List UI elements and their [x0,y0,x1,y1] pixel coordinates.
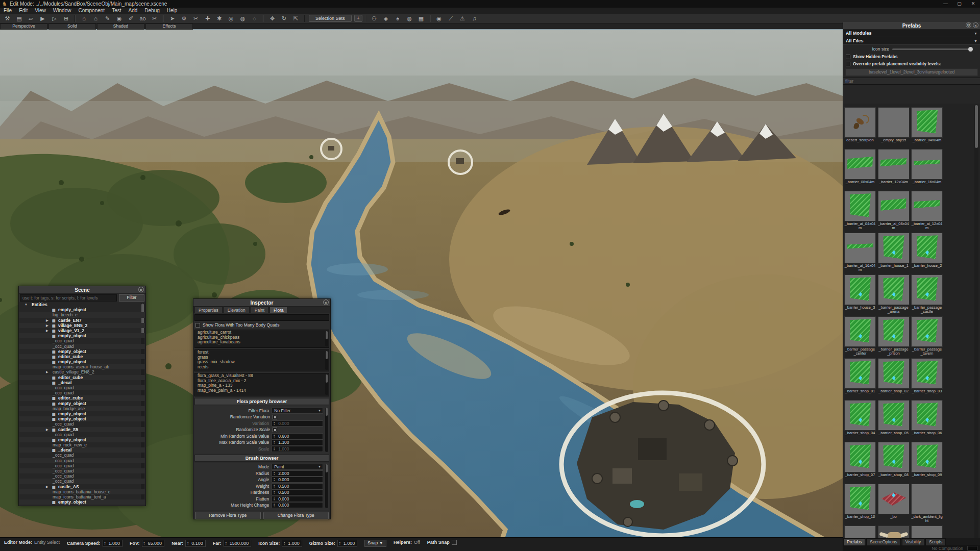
maximize-button[interactable]: ▢ [952,0,966,8]
tree-item[interactable]: map_bridge_ase [19,406,145,411]
flora-category-list-2[interactable]: forestgrassgrass_mix_shadowreeds [194,349,329,371]
eye-icon[interactable]: ◉ [434,14,445,22]
tab-scripts[interactable]: Scripts [925,538,946,545]
build-tool-icon[interactable]: ⚒ [2,14,13,22]
spinner-arrows-icon[interactable]: ▲▼ [272,490,276,494]
chevron-collapsed-icon[interactable]: ▶ [46,328,48,333]
prefab-item[interactable]: _barrier_shop_06 [911,400,943,440]
flora-randomize-variation-checkbox[interactable] [273,415,277,419]
tree-item[interactable]: ▤empty_object [19,401,145,406]
prefab-item[interactable]: _barrier_passage_tavern [911,316,943,356]
tree-item[interactable]: ▤empty_object [19,499,145,505]
menu-view[interactable]: View [31,8,50,14]
spinner-arrows-icon[interactable]: ▲▼ [142,541,146,545]
gear-icon[interactable]: ⚙ [966,22,971,28]
prefab-item[interactable]: _barrier_house_1 [878,233,910,272]
modules-dropdown[interactable]: All Modules ▼ [843,30,980,37]
minimize-button[interactable]: — [939,0,952,8]
viewport-mode-solid[interactable]: Solid [48,23,96,30]
prefab-item[interactable]: _barrier_shop_02 [878,358,910,398]
status-near-spinner[interactable]: ▲▼0.100 [185,540,206,547]
tab-elevation[interactable]: Elevation [224,307,250,313]
chevron-collapsed-icon[interactable]: ▶ [46,318,48,323]
close-icon[interactable]: ✕ [973,22,978,28]
brush-radius-spinner[interactable]: ▲▼2.000 [272,470,323,477]
tree-item[interactable]: ▤empty_object [19,359,145,364]
tree-item[interactable]: map_icons_battania_tent_a [19,494,145,499]
tree-item[interactable]: ▤empty_object [19,411,145,416]
status-gizmo-size-spinner[interactable]: ▲▼1.000 [337,540,358,547]
prefab-item[interactable]: _barrier_shop_07 [844,442,876,482]
tree-item[interactable]: ▶castle_village_EN8_2 [19,369,145,374]
tree-item[interactable]: map_icons_battania_house_c [19,489,145,494]
spinner-arrows-icon[interactable]: ▲▼ [103,541,107,545]
prefab-item[interactable]: _barrier_shop_01 [844,358,876,398]
flora-category-list-1[interactable]: agriculture_carrotagriculture_chickpeasa… [194,330,329,348]
tree-item[interactable]: ▶▤castle_S5 [19,427,145,432]
menu-edit[interactable]: Edit [15,8,31,14]
tree-item[interactable]: map_rock_new_e [19,442,145,447]
prefab-item[interactable]: _barrier_shop_09 [911,442,943,482]
camera-icon[interactable]: ⚇ [369,14,380,22]
menu-component[interactable]: Component [75,8,108,14]
brush-mode-dropdown[interactable]: Paint▼ [272,464,323,470]
prefabs-panel-header[interactable]: Prefabs ⚙ ✕ [843,22,980,30]
prefab-item[interactable]: _barrier_08x04m [844,149,876,189]
prefab-item[interactable]: _barrier_shop_05 [878,400,910,440]
menu-debug[interactable]: Debug [141,8,163,14]
viewport-mode-effects[interactable]: Effects [145,23,193,30]
move-tool-icon[interactable]: ✥ [267,14,278,22]
chevron-collapsed-icon[interactable]: ▶ [46,427,48,432]
brush-weight-spinner[interactable]: ▲▼0.500 [272,483,323,489]
flora-list2-item[interactable]: reeds [195,365,329,370]
tree-item[interactable]: _occ_quad [19,385,145,390]
cut-entity-icon[interactable]: ✂ [190,14,201,22]
files-dropdown[interactable]: All Files ▼ [843,37,980,45]
spinner-arrows-icon[interactable]: ▲▼ [338,541,342,545]
brush-max-height-change-spinner[interactable]: ▲▼0.000 [272,502,323,508]
select-pointer-icon[interactable]: ➤ [167,14,178,22]
scene-panel-header[interactable]: Scene ✕ [19,286,145,294]
sound-icon[interactable]: ♫ [469,14,480,22]
ambient-occlusion-icon[interactable]: ao [137,14,148,22]
zoom-scene-icon[interactable]: ◍ [237,14,248,22]
scene-filter-button[interactable]: Filter [119,294,144,302]
flora-list3-item[interactable]: map_tree_palm_a - 1414 [195,388,329,393]
tree-item[interactable]: ▶▤village_V1_2 [19,328,145,333]
brush-hardness-spinner[interactable]: ▲▼0.500 [272,489,323,495]
ruler-icon[interactable]: ⟋ [446,14,456,22]
zoom-physics-icon[interactable]: ◎ [226,14,236,22]
prefab-item[interactable]: _barrier_04x04m [911,107,943,147]
tree-item[interactable]: ▤editor_cube [19,395,145,400]
spinner-arrows-icon[interactable]: ▲▼ [224,541,228,545]
tree-item[interactable]: _occ_quad [19,344,145,349]
spinner-arrows-icon[interactable]: ▲▼ [282,541,286,545]
menu-test[interactable]: Test [108,8,125,14]
tree-root-entities[interactable]: ▼Entities [19,302,145,307]
tree-item[interactable]: ▤_decal [19,380,145,385]
select-gear-icon[interactable]: ⚙ [179,14,189,22]
tree-item[interactable]: _occ_quad [19,432,145,437]
prefab-item[interactable]: _dark_ambient_light [911,484,943,523]
menu-help[interactable]: Help [163,8,181,14]
flora-scale-spinner[interactable]: ▲▼1.000 [272,446,323,452]
play-icon[interactable]: ▶ [37,14,48,22]
chevron-expanded-icon[interactable]: ▼ [24,302,28,307]
status-icon-size-spinner[interactable]: ▲▼1.000 [282,540,302,547]
prefab-item[interactable]: _barrier_passage_castle [911,274,943,314]
snap-dropdown[interactable]: Snap ▼ [364,540,386,547]
prefab-item[interactable]: _bo [878,484,910,523]
tree-item[interactable]: _occ_quad [19,479,145,484]
viewport-mode-shaded[interactable]: Shaded [97,23,144,30]
inspector-panel-header[interactable]: Inspector ✕ [193,299,330,307]
pen-icon[interactable]: ✐ [126,14,136,22]
spinner-arrows-icon[interactable]: ▲▼ [272,447,276,451]
scale-tool-icon[interactable]: ⇱ [290,14,301,22]
spinner-arrows-icon[interactable]: ▲▼ [272,503,276,507]
spinner-arrows-icon[interactable]: ▲▼ [272,497,276,501]
cut-icon[interactable]: ✂ [149,14,160,22]
tab-properties[interactable]: Properties [194,307,223,313]
chevron-collapsed-icon[interactable]: ▶ [46,323,48,328]
tree-item[interactable]: ▶▤castle_AS [19,484,145,489]
close-button[interactable]: ✕ [966,0,980,8]
